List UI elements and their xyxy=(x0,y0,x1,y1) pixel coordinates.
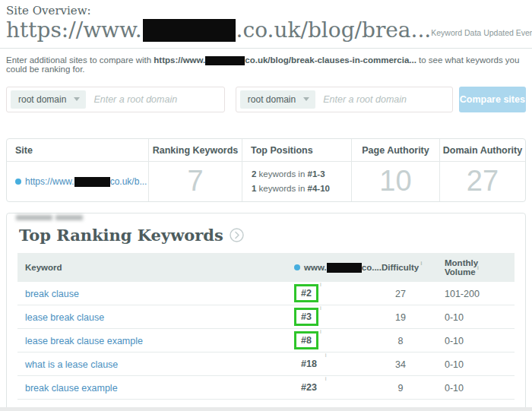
keyword-table-row: break clause example #23i 9 0-10 xyxy=(17,376,515,400)
top-positions-line-2: 1 keywords in #4-10 xyxy=(242,182,330,196)
header-ranking-keywords: Ranking Keywords xyxy=(149,139,242,162)
intro-url-suffix: co.uk/blog/break-clauses-in-commercia... xyxy=(245,55,416,65)
keyword-table-row: lease break clause #3i 19 0-10 xyxy=(17,305,515,329)
header-top-positions: Top Positions xyxy=(242,139,352,162)
compare-form: root domain root domain Compare sites xyxy=(6,87,526,112)
root-domain-dropdown-1[interactable]: root domain xyxy=(11,90,86,109)
page-header: Site Overview: https://www..co.uk/blog/b… xyxy=(0,0,532,45)
site-link-suffix: co.uk/b... xyxy=(110,176,147,187)
site-marker-dot-icon xyxy=(15,179,21,185)
difficulty-value: 9 xyxy=(398,383,404,394)
keywords-header-row: Keyword www.co.... Difficultyi Monthly V… xyxy=(17,253,515,282)
info-icon[interactable]: i xyxy=(320,281,321,288)
page-authority-value: 10 xyxy=(379,165,411,198)
site-url-suffix: .co.uk/blog/brea... xyxy=(236,17,432,43)
keyword-link[interactable]: lease break clause xyxy=(25,312,104,323)
dropdown-label: root domain xyxy=(18,94,66,105)
monthly-volume-value: 0-10 xyxy=(445,383,464,394)
redacted-domain-link xyxy=(74,177,110,187)
col-header-monthly-volume: Monthly Volumei xyxy=(431,258,515,277)
header-divider xyxy=(0,48,532,49)
col-header-site: www.co.... xyxy=(294,263,382,272)
root-domain-input-2[interactable] xyxy=(315,94,451,105)
keyword-table-row: lease break clause example #8i 8 0-10 xyxy=(17,329,515,353)
top-positions-line-1: 2 keywords in #1-3 xyxy=(242,167,325,182)
domain-authority-value: 27 xyxy=(467,165,499,198)
site-url-prefix: https://www. xyxy=(6,17,142,43)
redacted-domain-inline xyxy=(205,56,245,65)
page-bottom-strip xyxy=(0,407,532,411)
root-domain-input-1[interactable] xyxy=(86,94,223,105)
monthly-volume-value: 0-10 xyxy=(445,312,464,323)
position-value: #23 xyxy=(294,378,324,397)
difficulty-value: 27 xyxy=(395,289,406,299)
site-marker-dot-icon xyxy=(294,264,300,270)
site-url-heading: https://www..co.uk/blog/brea... xyxy=(6,17,431,45)
summary-data-row: https://www.co.uk/b... 7 2 keywords in #… xyxy=(7,162,525,201)
position-value: #18 xyxy=(294,355,324,373)
info-icon[interactable]: i xyxy=(477,264,479,271)
info-icon[interactable]: i xyxy=(320,305,321,311)
col-header-difficulty: Difficultyi xyxy=(382,263,431,272)
position-value: #3 xyxy=(294,308,318,326)
difficulty-value: 8 xyxy=(398,336,404,346)
chevron-down-icon xyxy=(74,97,80,101)
redacted-domain-header xyxy=(327,263,362,273)
header-page-authority: Page Authority xyxy=(352,139,440,162)
ranking-keywords-value: 7 xyxy=(187,165,203,198)
difficulty-value: 19 xyxy=(395,312,406,323)
keyword-link[interactable]: lease break clause example xyxy=(25,336,143,346)
compare-input-group-2: root domain xyxy=(236,87,453,112)
position-value: #2 xyxy=(294,284,318,302)
top-ranking-keywords-panel: Top Ranking Keywords Keyword www.co.... … xyxy=(6,213,526,411)
site-overview-page: Site Overview: https://www..co.uk/blog/b… xyxy=(0,0,532,411)
col-header-keyword: Keyword xyxy=(17,263,294,272)
chevron-down-icon xyxy=(303,97,309,101)
site-link[interactable]: https://www.co.uk/b... xyxy=(15,176,147,187)
keyword-rows: break clause #2i 27 101-200 lease break … xyxy=(17,282,515,400)
intro-url-prefix: https://www. xyxy=(154,55,205,65)
monthly-volume-value: 0-10 xyxy=(445,336,464,346)
keywords-table: Keyword www.co.... Difficultyi Monthly V… xyxy=(17,253,515,411)
info-icon[interactable]: i xyxy=(320,328,321,335)
info-icon[interactable]: i xyxy=(420,260,422,267)
compare-intro-text: Enter additional sites to compare with h… xyxy=(6,55,526,74)
keyword-table-row: what is a lease clause #18i 34 0-10 xyxy=(17,353,515,376)
root-domain-dropdown-2[interactable]: root domain xyxy=(240,90,315,109)
intro-before: Enter additional sites to compare with xyxy=(6,55,154,65)
difficulty-value: 34 xyxy=(395,359,406,370)
summary-header-row: Site Ranking Keywords Top Positions Page… xyxy=(7,139,525,162)
keyword-link[interactable]: what is a lease clause xyxy=(25,359,118,370)
keyword-data-updated-note: Keyword Data Updated Every Two Weeks xyxy=(431,28,532,45)
keyword-link[interactable]: break clause xyxy=(25,289,79,299)
monthly-volume-value: 101-200 xyxy=(445,289,480,299)
circle-chevron-right-icon[interactable] xyxy=(230,228,244,242)
monthly-volume-value: 0-10 xyxy=(445,359,464,370)
site-summary-table: Site Ranking Keywords Top Positions Page… xyxy=(6,138,526,202)
info-icon[interactable]: i xyxy=(325,375,327,382)
header-domain-authority: Domain Authority xyxy=(440,139,525,162)
keyword-table-row: break clause #2i 27 101-200 xyxy=(17,282,515,305)
header-site: Site xyxy=(7,139,149,162)
keyword-link[interactable]: break clause example xyxy=(25,383,118,394)
compare-sites-button[interactable]: Compare sites xyxy=(459,87,526,112)
redacted-domain xyxy=(143,19,236,42)
dropdown-label: root domain xyxy=(248,94,296,105)
compare-input-group-1: root domain xyxy=(6,87,225,112)
top-ranking-keywords-title: Top Ranking Keywords xyxy=(19,226,223,245)
site-link-prefix: https://www. xyxy=(25,176,74,187)
page-title: Site Overview: xyxy=(6,4,431,17)
position-value: #8 xyxy=(294,331,318,349)
redaction-smudge xyxy=(55,215,83,220)
redaction-smudge xyxy=(16,215,52,220)
info-icon[interactable]: i xyxy=(325,352,327,359)
